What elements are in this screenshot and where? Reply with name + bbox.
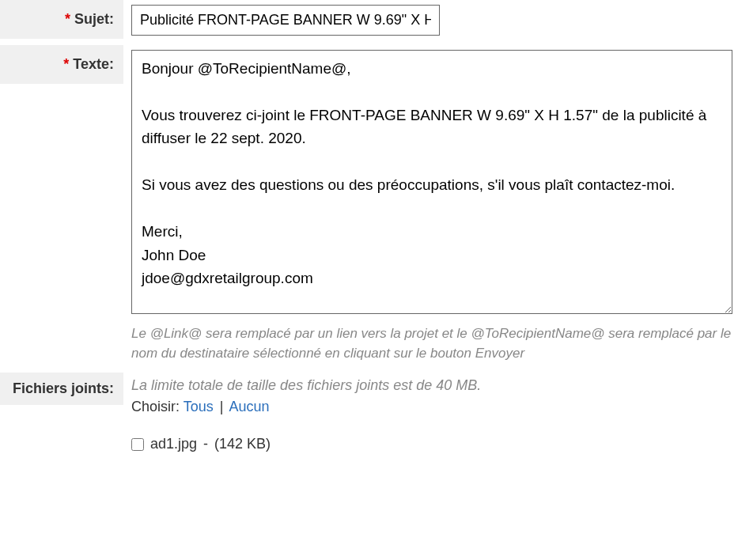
file-checkbox[interactable] — [131, 438, 144, 451]
required-mark: * — [65, 11, 70, 27]
subject-label-text: Sujet: — [74, 11, 114, 27]
choose-none-link[interactable]: Aucun — [229, 399, 269, 414]
file-dash: - — [203, 436, 208, 452]
required-mark: * — [63, 56, 69, 72]
body-hint: Le @Link@ sera remplacé par un lien vers… — [131, 324, 732, 363]
choose-all-link[interactable]: Tous — [184, 399, 214, 414]
body-label-text: Texte: — [73, 56, 114, 72]
choose-row: Choisir: Tous | Aucun — [131, 399, 745, 415]
body-label: * Texte: — [0, 45, 123, 84]
body-row: * Texte: Le @Link@ sera remplacé par un … — [0, 45, 753, 368]
subject-input[interactable] — [131, 5, 440, 36]
attachments-label: Fichiers joints: — [0, 373, 123, 405]
choose-label: Choisir: — [131, 399, 180, 414]
subject-row: * Sujet: — [0, 0, 753, 40]
file-name: ad1.jpg — [150, 436, 197, 452]
file-size: (142 KB) — [214, 436, 271, 452]
subject-label: * Sujet: — [0, 0, 123, 39]
attachments-row: Fichiers joints: La limite totale de tai… — [0, 373, 753, 457]
attachment-limit-hint: La limite totale de taille des fichiers … — [131, 377, 745, 394]
file-row: ad1.jpg - (142 KB) — [131, 436, 745, 452]
choose-separator: | — [220, 399, 224, 414]
body-textarea[interactable] — [131, 50, 732, 314]
attachments-label-text: Fichiers joints: — [13, 380, 114, 396]
